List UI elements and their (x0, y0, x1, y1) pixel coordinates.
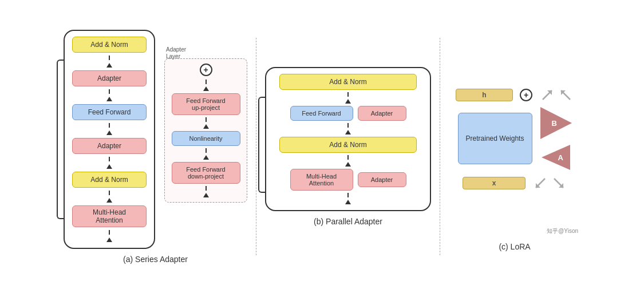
series-feed-forward: Feed Forward (72, 104, 147, 120)
series-add-norm-top: Add & Norm (72, 37, 147, 53)
series-add-norm-bottom: Add & Norm (72, 172, 147, 188)
divider-1 (256, 38, 256, 255)
parallel-adapter1: Adapter (358, 106, 406, 121)
lora-a-wrap: A (542, 145, 570, 170)
lora-h-bar: h (456, 89, 513, 101)
arrow-seg (109, 56, 110, 60)
lora-pretrained-weights: Pretrained Weights (458, 113, 532, 164)
parallel-feedback-line (258, 97, 265, 193)
arrow-upper-left-icon (558, 87, 574, 103)
watermark: 知乎@Yison (547, 227, 578, 235)
parallel-add-norm-top: Add & Norm (279, 74, 417, 90)
arrow-up-2 (106, 97, 112, 101)
lora-a-triangle (542, 145, 570, 170)
series-inner: Add & Norm Adapter Feed Forward Adapter … (64, 30, 155, 249)
arrow-up-4 (106, 164, 112, 169)
parallel-row-1: Feed Forward Adapter (290, 106, 406, 121)
lora-top-arrows (539, 87, 574, 103)
arrow-up-p4 (345, 200, 351, 204)
lora-plus: + (520, 89, 532, 101)
adapter-plus: + (200, 64, 212, 76)
series-caption: (a) Series Adapter (123, 255, 188, 264)
parallel-add-norm-bottom: Add & Norm (279, 137, 417, 153)
lora-a-label: A (558, 153, 563, 162)
series-adapter-section: Add & Norm Adapter Feed Forward Adapter … (64, 30, 247, 264)
series-wrap: Add & Norm Adapter Feed Forward Adapter … (64, 30, 247, 249)
vline (206, 148, 207, 153)
vline (347, 155, 349, 160)
arrow-seg (109, 230, 110, 235)
vline (206, 80, 207, 84)
arrow-seg (109, 157, 110, 161)
vline (347, 193, 349, 197)
parallel-outer-box: Add & Norm Feed Forward Adapter Add & No… (265, 67, 431, 211)
arrow-lower-right-icon (551, 175, 567, 191)
arrow-seg (109, 123, 110, 128)
arrow-up-1 (106, 63, 112, 68)
adapter-layer-label: AdapterLayer (166, 46, 186, 60)
arrow-lower-left-icon (532, 175, 548, 191)
arrow-seg (109, 191, 110, 195)
lora-middle-row: Pretrained Weights B A (458, 107, 572, 170)
series-adapter2: Adapter (72, 138, 147, 154)
lora-caption: (c) LoRA (499, 242, 530, 251)
arrow-up-8 (203, 124, 209, 129)
vline (347, 123, 349, 128)
arrow-upper-right-icon (539, 87, 555, 103)
divider-2 (440, 38, 440, 255)
lora-x-bar: x (463, 177, 526, 189)
arrow-up-p3 (345, 162, 351, 167)
adapter-detail-box: AdapterLayer + Feed Forwardup-project No… (164, 58, 247, 203)
arrow-up-3 (106, 130, 112, 135)
adapter-up-project: Feed Forwardup-project (172, 93, 240, 115)
series-multi-head: Multi-HeadAttention (72, 205, 147, 227)
main-container: Add & Norm Adapter Feed Forward Adapter … (7, 24, 637, 270)
lora-ba-col: B A (540, 107, 572, 170)
lora-b-label: B (552, 119, 557, 128)
arrow-up-5 (106, 198, 112, 203)
vline (206, 117, 207, 122)
arrow-up-6 (106, 237, 112, 242)
series-adapter1: Adapter (72, 70, 147, 86)
parallel-adapter2: Adapter (358, 172, 406, 187)
arrow-up-p1 (345, 99, 351, 104)
adapter-detail-wrap: AdapterLayer + Feed Forwardup-project No… (159, 58, 247, 203)
lora-bottom-arrows (532, 175, 567, 191)
arrow-up-7 (203, 86, 209, 91)
adapter-nonlinearity: Nonlinearity (172, 131, 240, 146)
arrow-seg (109, 89, 110, 94)
adapter-down-project: Feed Forwarddown-project (172, 162, 240, 184)
parallel-caption: (b) Parallel Adapter (314, 217, 382, 226)
arrow-up-9 (203, 155, 209, 160)
parallel-feed-forward: Feed Forward (290, 106, 353, 121)
lora-diagram: h + Pretrained Weights (449, 42, 580, 236)
parallel-row-2: Multi-HeadAttention Adapter (290, 169, 406, 191)
arrow-up-10 (203, 193, 209, 197)
parallel-adapter-section: Add & Norm Feed Forward Adapter Add & No… (265, 67, 431, 226)
parallel-multi-head: Multi-HeadAttention (290, 169, 353, 191)
lora-section: h + Pretrained Weights (449, 42, 580, 251)
vline (206, 186, 207, 191)
series-feedback-line (57, 60, 64, 219)
parallel-inner: Add & Norm Feed Forward Adapter Add & No… (265, 67, 431, 211)
arrow-up-p2 (345, 130, 351, 134)
lora-bottom-row: x (463, 175, 567, 191)
lora-b-wrap: B (540, 107, 572, 139)
lora-top-row: h + (456, 87, 574, 103)
vline (347, 92, 349, 97)
series-outer-box: Add & Norm Adapter Feed Forward Adapter … (64, 30, 155, 249)
